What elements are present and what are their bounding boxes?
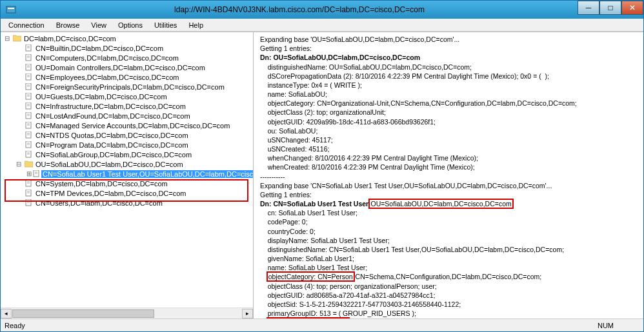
tree-label: CN=TPM Devices,DC=labm,DC=cisco,DC=com [34, 190, 188, 197]
detail-pane[interactable]: Expanding base 'OU=SofiaLabOU,DC=labm,DC… [254, 32, 643, 318]
item-icon [24, 141, 33, 149]
item-icon [24, 132, 33, 139]
tree-node[interactable]: CN=Employees,DC=labm,DC=cisco,DC=com [1, 72, 253, 82]
close-button[interactable]: ✕ [621, 1, 643, 15]
menu-connection[interactable]: Connection [3, 20, 50, 30]
tree-label: CN=System,DC=labm,DC=cisco,DC=com [34, 180, 169, 188]
item-icon [24, 93, 33, 101]
detail-line: Expanding base 'OU=SofiaLabOU,DC=labm,DC… [260, 35, 639, 44]
tree-ou-node[interactable]: ⊟OU=SofiaLabOU,DC=labm,DC=cisco,DC=com [1, 159, 253, 169]
tree-label: CN=LostAndFound,DC=labm,DC=cisco,DC=com [34, 112, 192, 120]
item-icon [24, 83, 33, 91]
tree-label: CN=Program Data,DC=labm,DC=cisco,DC=com [34, 141, 190, 149]
tree-node[interactable]: CN=SofiaLabGroup,DC=labm,DC=cisco,DC=com [1, 150, 253, 159]
tree-node[interactable]: OU=Guests,DC=labm,DC=cisco,DC=com [1, 92, 253, 101]
detail-line: Dn: CN=SofiaLab User1 Test User,OU=Sofia… [260, 199, 639, 208]
app-icon [5, 3, 17, 16]
scroll-left-icon[interactable]: ◂ [1, 309, 12, 318]
status-num: NUM [598, 322, 614, 329]
tree-label: OU=Guests,DC=labm,DC=cisco,DC=com [34, 93, 168, 101]
detail-line: countryCode: 0; [260, 227, 639, 236]
tree-label: CN=Managed Service Accounts,DC=labm,DC=c… [34, 122, 231, 130]
tree-label: CN=Infrastructure,DC=labm,DC=cisco,DC=co… [34, 103, 187, 110]
item-icon [24, 73, 33, 81]
item-icon [24, 64, 33, 72]
tree-node[interactable]: CN=System,DC=labm,DC=cisco,DC=com [1, 179, 253, 188]
detail-line: sAMAccountName: User1; [260, 318, 639, 318]
item-icon [24, 54, 33, 62]
detail-line: Dn: OU=SofiaLabOU,DC=labm,DC=cisco,DC=co… [260, 53, 639, 62]
item-icon [24, 44, 33, 52]
tree-node[interactable]: CN=LostAndFound,DC=labm,DC=cisco,DC=com [1, 111, 253, 121]
tree-node[interactable]: CN=Program Data,DC=labm,DC=cisco,DC=com [1, 140, 253, 150]
window-buttons: ─ □ ✕ [578, 1, 643, 19]
detail-line: Expanding base 'CN=SofiaLab User1 Test U… [260, 181, 639, 190]
item-icon [24, 112, 33, 120]
detail-line: objectSid: S-1-5-21-2594322217-547703403… [260, 300, 639, 309]
ldap-tree: ⊟DC=labm,DC=cisco,DC=com CN=Builtin,DC=l… [1, 34, 253, 208]
scroll-track[interactable] [12, 309, 242, 318]
scroll-thumb[interactable] [12, 309, 154, 318]
tree-label: OU=SofiaLabOU,DC=labm,DC=cisco,DC=com [34, 161, 185, 168]
detail-line: uSNChanged: 45117; [260, 135, 639, 144]
tree-label: CN=Users,DC=labm,DC=cisco,DC=com [34, 199, 164, 207]
collapse-icon[interactable]: ⊟ [15, 161, 23, 168]
tree-node[interactable]: CN=TPM Devices,DC=labm,DC=cisco,DC=com [1, 188, 253, 198]
detail-line: uSNCreated: 45116; [260, 144, 639, 153]
detail-line: distinguishedName: CN=SofiaLab User1 Tes… [260, 245, 639, 254]
spacer [15, 112, 23, 119]
tree-label: CN=Employees,DC=labm,DC=cisco,DC=com [34, 73, 181, 81]
detail-line: Getting 1 entries: [260, 190, 639, 199]
spacer [15, 54, 23, 61]
spacer [15, 64, 23, 71]
item-icon [24, 103, 33, 110]
item-icon [24, 180, 33, 188]
menu-options[interactable]: Options [113, 20, 148, 30]
detail-line: name: SofiaLabOU; [260, 90, 639, 99]
tree-label: OU=Domain Controllers,DC=labm,DC=cisco,D… [34, 64, 206, 72]
tree-pane[interactable]: ⊟DC=labm,DC=cisco,DC=com CN=Builtin,DC=l… [1, 32, 254, 318]
item-icon [33, 170, 40, 178]
detail-line: objectGUID: 4209a99b-18dc-411d-a683-066b… [260, 117, 639, 126]
tree-node[interactable]: CN=Users,DC=labm,DC=cisco,DC=com [1, 198, 253, 208]
tree-label: CN=Computers,DC=labm,DC=cisco,DC=com [34, 54, 180, 62]
detail-line: objectCategory: CN=Person,CN=Schema,CN=C… [260, 272, 639, 281]
tree-node[interactable]: CN=Infrastructure,DC=labm,DC=cisco,DC=co… [1, 101, 253, 111]
minimize-button[interactable]: ─ [578, 1, 599, 15]
spacer [15, 83, 23, 90]
tree-horizontal-scrollbar[interactable]: ◂ ▸ [1, 308, 253, 318]
tree-selected-node[interactable]: ⊞CN=SofiaLab User1 Test User,OU=SofiaLab… [1, 169, 253, 179]
detail-line: cn: SofiaLab User1 Test User; [260, 208, 639, 217]
tree-label: CN=SofiaLab User1 Test User,OU=SofiaLabO… [41, 170, 254, 178]
window-title: ldap://WIN-4BD4NV0J3NK.labm.cisco.com/DC… [21, 5, 578, 14]
tree-root-node[interactable]: ⊟DC=labm,DC=cisco,DC=com [1, 34, 253, 43]
menu-browse[interactable]: Browse [51, 20, 85, 30]
detail-line: instanceType: 0x4 = ( WRITE ); [260, 81, 639, 90]
tree-node[interactable]: CN=Managed Service Accounts,DC=labm,DC=c… [1, 121, 253, 130]
tree-node[interactable]: CN=NTDS Quotas,DC=labm,DC=cisco,DC=com [1, 130, 253, 140]
scroll-right-icon[interactable]: ▸ [242, 309, 253, 318]
svg-rect-0 [6, 6, 15, 13]
tree-label: CN=SofiaLabGroup,DC=labm,DC=cisco,DC=com [34, 151, 193, 159]
tree-label: CN=ForeignSecurityPrincipals,DC=labm,DC=… [34, 83, 226, 91]
tree-node[interactable]: CN=ForeignSecurityPrincipals,DC=labm,DC=… [1, 82, 253, 92]
detail-line: Getting 1 entries: [260, 44, 639, 53]
detail-line: codePage: 0; [260, 217, 639, 226]
content-area: ⊟DC=labm,DC=cisco,DC=com CN=Builtin,DC=l… [1, 32, 643, 318]
menu-help[interactable]: Help [183, 20, 208, 30]
item-icon [24, 122, 33, 130]
status-text: Ready [5, 322, 25, 329]
collapse-icon[interactable]: ⊟ [3, 35, 11, 42]
highlight-dn: OU=SofiaLabOU,DC=labm,DC=cisco,DC=com [370, 200, 512, 208]
app-window: ldap://WIN-4BD4NV0J3NK.labm.cisco.com/DC… [0, 0, 644, 332]
menu-utilities[interactable]: Utilities [149, 20, 182, 30]
tree-label: DC=labm,DC=cisco,DC=com [23, 35, 117, 43]
maximize-button[interactable]: □ [599, 1, 621, 15]
expand-icon[interactable]: ⊞ [26, 170, 32, 177]
titlebar: ldap://WIN-4BD4NV0J3NK.labm.cisco.com/DC… [1, 1, 643, 19]
tree-node[interactable]: CN=Builtin,DC=labm,DC=cisco,DC=com [1, 43, 253, 53]
detail-line: ou: SofiaLabOU; [260, 126, 639, 135]
tree-node[interactable]: OU=Domain Controllers,DC=labm,DC=cisco,D… [1, 63, 253, 72]
tree-node[interactable]: CN=Computers,DC=labm,DC=cisco,DC=com [1, 53, 253, 63]
menu-view[interactable]: View [86, 20, 112, 30]
